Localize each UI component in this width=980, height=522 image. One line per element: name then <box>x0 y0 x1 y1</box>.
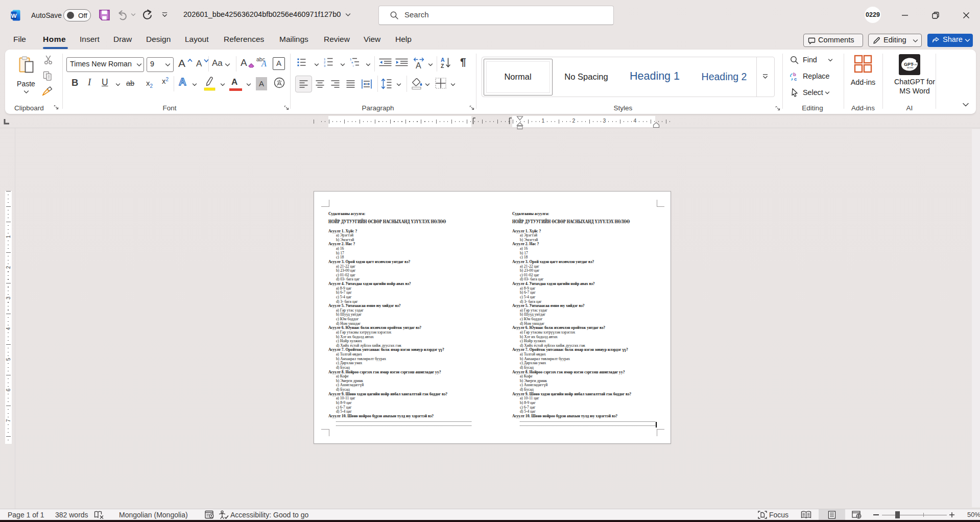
svg-text:1: 1 <box>350 58 352 61</box>
svg-text:i: i <box>353 64 353 67</box>
svg-text:A: A <box>416 61 421 69</box>
svg-text:FOR: FOR <box>913 63 917 66</box>
svg-text:1: 1 <box>324 58 326 61</box>
svg-text:WORD: WORD <box>907 66 914 69</box>
svg-text:2: 2 <box>324 61 326 64</box>
svg-text:A: A <box>441 57 445 63</box>
svg-text:W: W <box>11 13 17 19</box>
svg-text:a: a <box>351 61 353 64</box>
svg-text:Z: Z <box>441 63 444 69</box>
svg-text:3: 3 <box>324 64 326 67</box>
svg-text:c: c <box>794 76 797 82</box>
